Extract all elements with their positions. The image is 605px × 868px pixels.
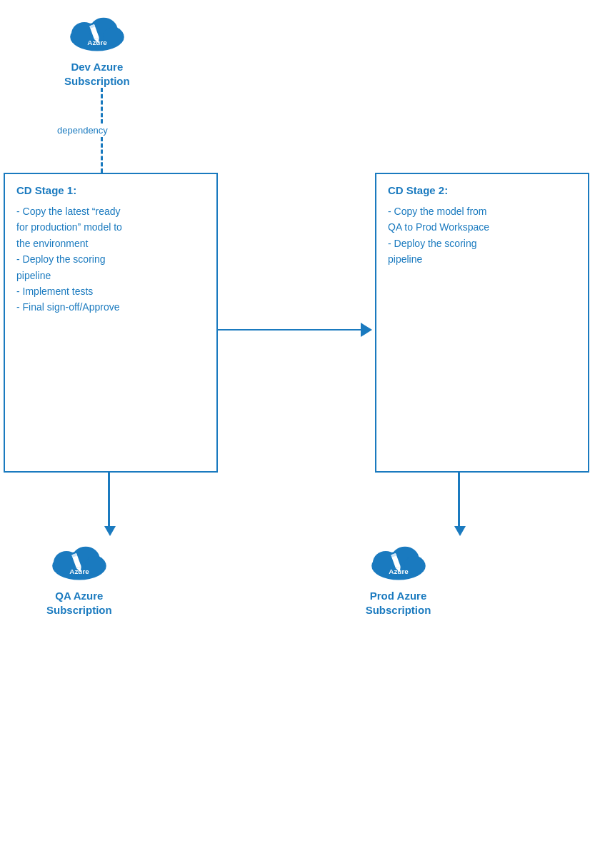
bottom-clouds-row: Azure QA Azure Subscription [0, 536, 605, 617]
dev-azure-cloud-icon: Azure [65, 7, 129, 57]
dependency-label: dependency [57, 125, 108, 136]
prod-azure-cloud-icon: Azure [366, 536, 431, 586]
stages-row: CD Stage 1: - Copy the latest “ready for… [0, 173, 605, 473]
svg-text:Azure: Azure [389, 567, 409, 575]
diagram-container: Azure Dev Azure Subscription dependency … [0, 0, 605, 868]
dev-azure-label: Dev Azure Subscription [64, 60, 130, 88]
vline-stage1 [108, 473, 110, 526]
qa-azure-label: QA Azure Subscription [46, 589, 112, 617]
arrow-line [218, 329, 361, 330]
bottom-lines-row [0, 473, 605, 526]
stage-arrow [218, 323, 376, 337]
cd-stage-1-box: CD Stage 1: - Copy the latest “ready for… [4, 173, 218, 473]
svg-text:Azure: Azure [69, 567, 89, 575]
arrow-head [361, 323, 372, 337]
arrow-down-1 [104, 526, 116, 536]
svg-text:Azure: Azure [87, 39, 107, 46]
solid-line-1 [108, 473, 110, 526]
top-cloud-section: Azure Dev Azure Subscription [64, 7, 130, 88]
prod-azure-label: Prod Azure Subscription [366, 589, 431, 617]
stage2-content: - Copy the model from QA to Prod Workspa… [388, 203, 576, 268]
arrow-down-2 [454, 526, 466, 536]
stage1-title: CD Stage 1: [16, 184, 205, 196]
vline-stage2 [458, 473, 460, 526]
solid-line-2 [458, 473, 460, 526]
stage2-title: CD Stage 2: [388, 184, 576, 196]
cd-stage-2-box: CD Stage 2: - Copy the model from QA to … [375, 173, 589, 473]
qa-cloud-section: Azure QA Azure Subscription [46, 536, 112, 617]
stage1-content: - Copy the latest “ready for production”… [16, 203, 205, 316]
prod-cloud-section: Azure Prod Azure Subscription [366, 536, 431, 617]
dashed-line-bottom [101, 137, 103, 173]
qa-azure-cloud-icon: Azure [47, 536, 111, 586]
dashed-line-top [101, 88, 103, 123]
